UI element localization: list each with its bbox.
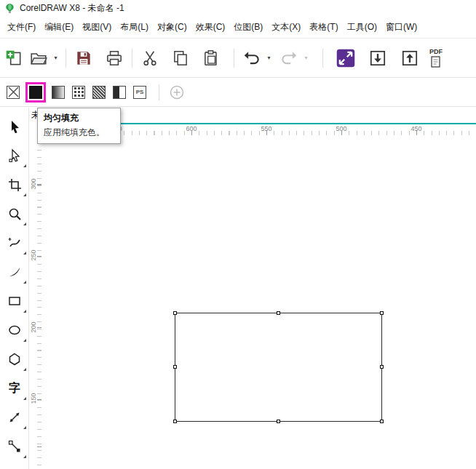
rectangle-tool[interactable]	[0, 286, 29, 316]
menu-bitmaps[interactable]: 位图(B)	[229, 17, 267, 37]
new-document-button[interactable]	[1, 46, 26, 71]
menu-edit[interactable]: 编辑(E)	[40, 17, 78, 37]
connector-icon	[7, 439, 22, 454]
hruler-label: 600	[186, 125, 197, 132]
selection-handle[interactable]	[380, 311, 384, 315]
coreldraw-logo-icon	[4, 3, 15, 14]
selection-handle[interactable]	[277, 311, 280, 315]
launcher-icon	[336, 48, 356, 68]
undo-dropdown-chevron[interactable]: ▾	[264, 46, 274, 71]
menu-window[interactable]: 窗口(W)	[381, 17, 421, 37]
vruler-label: 250	[29, 244, 38, 266]
toolbar-separator	[322, 49, 323, 68]
menu-file[interactable]: 文件(F)	[3, 17, 40, 37]
undo-button[interactable]	[239, 46, 264, 71]
edit-fill-button[interactable]	[167, 82, 187, 103]
vruler-label: 200	[29, 316, 38, 338]
bitmap-pattern-fill-button[interactable]	[89, 82, 109, 103]
open-folder-icon	[29, 49, 48, 68]
export-up-arrow-icon	[400, 49, 419, 68]
standard-toolbar: ▾	[0, 38, 476, 78]
fountain-fill-icon	[52, 86, 65, 99]
uniform-fill-button[interactable]	[25, 82, 46, 103]
menu-table[interactable]: 表格(T)	[305, 17, 342, 37]
no-fill-button[interactable]	[3, 82, 23, 103]
zoom-tool[interactable]	[0, 199, 29, 228]
cut-button[interactable]	[138, 46, 162, 71]
redo-arrow-icon	[279, 49, 298, 68]
toolbar-separator	[132, 49, 132, 68]
save-button[interactable]	[71, 46, 96, 71]
toolbar-separator	[66, 49, 66, 68]
open-button[interactable]	[26, 46, 51, 71]
paste-clipboard-icon	[202, 49, 221, 68]
import-down-arrow-icon	[368, 49, 387, 68]
polygon-tool[interactable]	[0, 345, 29, 374]
selection-handle[interactable]	[380, 420, 384, 423]
menu-text[interactable]: 文本(X)	[267, 17, 305, 37]
texture-fill-icon	[113, 86, 126, 99]
print-button[interactable]	[102, 46, 127, 71]
uniform-fill-highlight	[25, 82, 46, 103]
launcher-button[interactable]	[333, 46, 358, 71]
selection-handle[interactable]	[173, 420, 177, 423]
bitmap-pattern-fill-icon	[92, 86, 106, 99]
export-button[interactable]	[397, 46, 422, 71]
magnifier-icon	[7, 207, 22, 221]
freehand-tool[interactable]	[0, 228, 29, 257]
drawing-canvas[interactable]	[41, 135, 476, 469]
window-title: CorelDRAW X8 - 未命名 -1	[20, 2, 124, 15]
title-bar: CorelDRAW X8 - 未命名 -1	[0, 0, 476, 16]
pick-tool[interactable]	[0, 112, 29, 141]
drawn-rectangle[interactable]	[175, 313, 382, 422]
freehand-curve-icon	[7, 236, 22, 250]
postscript-fill-button[interactable]: PS	[130, 82, 150, 103]
menu-effects[interactable]: 效果(C)	[191, 17, 230, 37]
pdf-label: PDF	[429, 48, 443, 55]
ellipse-tool[interactable]	[0, 316, 29, 345]
coreldraw-window: CorelDRAW X8 - 未命名 -1 文件(F) 编辑(E) 视图(V) …	[0, 0, 476, 469]
copy-button[interactable]	[168, 46, 193, 71]
copy-icon	[171, 49, 190, 68]
publish-pdf-button[interactable]: PDF	[429, 44, 451, 73]
redo-dropdown-chevron[interactable]: ▾	[301, 46, 311, 71]
text-tool[interactable]: 字	[0, 374, 29, 403]
vertical-ruler[interactable]: 300 250 200 150	[29, 135, 41, 469]
no-fill-icon	[7, 86, 20, 99]
selection-handle[interactable]	[380, 365, 384, 369]
redo-button[interactable]	[277, 46, 301, 71]
paste-button[interactable]	[199, 46, 223, 71]
pattern-fill-button[interactable]	[68, 82, 89, 103]
shape-tool[interactable]	[0, 141, 29, 170]
pattern-fill-icon	[72, 86, 85, 99]
texture-fill-button[interactable]	[109, 82, 130, 103]
fill-toolbar: PS	[0, 78, 476, 107]
selection-handle[interactable]	[173, 365, 177, 369]
selection-handle[interactable]	[277, 420, 280, 423]
new-document-icon	[4, 49, 23, 68]
toolbox: 字	[0, 108, 29, 469]
menu-layout[interactable]: 布局(L)	[116, 17, 153, 37]
plus-circle-icon	[169, 84, 185, 100]
tooltip-description: 应用纯填充色。	[44, 127, 114, 139]
import-button[interactable]	[365, 46, 390, 71]
polygon-icon	[7, 352, 22, 366]
ellipse-icon	[7, 323, 22, 337]
fountain-fill-button[interactable]	[48, 82, 68, 103]
pick-arrow-icon	[7, 119, 22, 134]
connector-tool[interactable]	[0, 432, 29, 461]
vruler-label: 300	[29, 173, 38, 195]
menu-tools[interactable]: 工具(O)	[343, 17, 381, 37]
selection-handle[interactable]	[173, 311, 177, 315]
dimension-tool[interactable]	[0, 403, 29, 432]
menu-object[interactable]: 对象(C)	[153, 17, 191, 37]
open-dropdown-chevron[interactable]: ▾	[51, 46, 60, 71]
crop-tool[interactable]	[0, 170, 29, 199]
artistic-media-tool[interactable]	[0, 257, 29, 286]
hruler-label: 550	[261, 125, 271, 132]
uniform-fill-icon	[29, 86, 42, 99]
postscript-fill-icon: PS	[133, 86, 146, 99]
toolbar-separator	[159, 84, 159, 100]
menu-view[interactable]: 视图(V)	[78, 17, 116, 37]
save-floppy-icon	[74, 49, 93, 68]
